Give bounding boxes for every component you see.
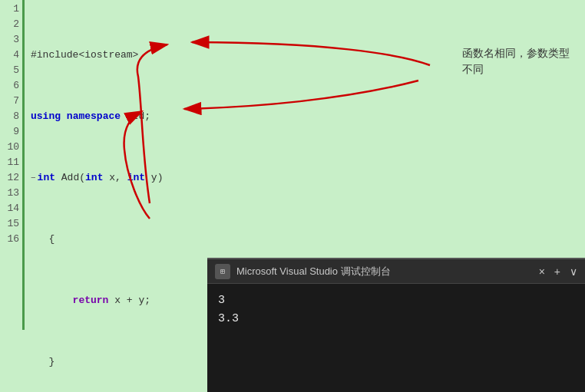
- annotation-line1: 函数名相同，参数类型: [462, 46, 570, 62]
- console-chevron-btn[interactable]: ∨: [570, 265, 577, 278]
- line-numbers: 1 2 3 4 5 6 7 8 9 10 11 12 13 14 15 16: [0, 0, 25, 330]
- code-line-4: {: [31, 232, 585, 247]
- code-line-3: −int Add(int x, int y): [31, 170, 585, 186]
- console-output-line1: 3: [218, 292, 574, 310]
- console-titlebar: ⊞ Microsoft Visual Studio 调试控制台 × + ∨: [207, 259, 585, 284]
- code-line-2: using namespace std;: [31, 109, 585, 124]
- console-output-line2: 3.3: [218, 310, 574, 328]
- console-app-icon: ⊞: [215, 264, 230, 279]
- annotation-line2: 不同: [462, 62, 570, 78]
- console-body: 3 3.3: [207, 284, 585, 336]
- console-title: Microsoft Visual Studio 调试控制台: [236, 265, 539, 278]
- console-window: ⊞ Microsoft Visual Studio 调试控制台 × + ∨ 3 …: [207, 258, 585, 392]
- console-close-btn[interactable]: ×: [539, 265, 545, 278]
- annotation-box: 函数名相同，参数类型 不同: [462, 46, 570, 78]
- console-plus-btn[interactable]: +: [554, 265, 560, 278]
- console-controls: × + ∨: [539, 265, 577, 278]
